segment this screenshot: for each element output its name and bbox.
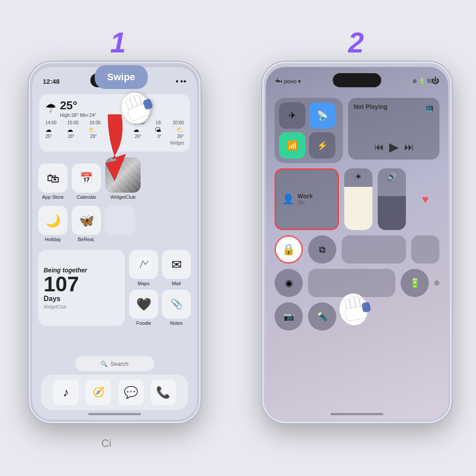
bluetooth-btn[interactable]: ⚡ — [309, 132, 335, 159]
home-indicator-2 — [331, 413, 383, 415]
ci-watermark: Ci — [101, 437, 112, 450]
dock-icon-messages[interactable]: 💬 — [118, 379, 144, 405]
foodie-label: Foodie — [136, 320, 151, 326]
app-row-2: 🌙 Holiday 🦋 BeReal. — [38, 206, 191, 242]
status-right-icons: ⊕ 🔋 89% — [413, 78, 438, 84]
music-widget: Not Playing 📺 ⏮ ▶ ⏭ — [348, 98, 439, 160]
cc-spacer-2 — [411, 235, 439, 264]
focus-work-btn[interactable]: 👤 Work On — [275, 168, 339, 230]
status-icons: ● ●● — [175, 78, 186, 84]
volume-icon: 🔊 — [387, 172, 397, 182]
phone-2: + ⏻ ▪▪▪ povo ▾ ⊕ 🔋 89% ✈ 📡 — [262, 62, 452, 423]
bereal-label: BeReal. — [78, 237, 95, 242]
svg-rect-0 — [137, 257, 151, 271]
swipe-label: Swipe — [107, 71, 135, 82]
search-icon: 🔍 — [100, 361, 108, 367]
cc-row-1: ✈ 📡 📶 ⚡ Not Playing 📺 ⏮ — [275, 98, 439, 163]
brightness-fill — [344, 187, 372, 230]
dock-icon-music[interactable]: ♪ — [53, 379, 79, 405]
app-icon-maps[interactable]: Maps — [129, 250, 158, 286]
maps-label: Maps — [138, 281, 150, 286]
search-bar[interactable]: 🔍 Search — [75, 356, 154, 371]
prev-btn[interactable]: ⏮ — [374, 141, 384, 153]
maps-mail-row: Maps ✉ Mail — [129, 250, 191, 286]
widgetclub-sub-label: WidgetClub — [44, 305, 67, 309]
cc-spacer-1 — [342, 235, 406, 264]
dock-icon-phone[interactable]: 📞 — [150, 379, 176, 405]
right-apps-col: Maps ✉ Mail 🖤 Foodie 📎 Notes — [129, 250, 191, 326]
being-together-days-label: Days — [44, 295, 60, 303]
phone-2-screen: + ⏻ ▪▪▪ povo ▾ ⊕ 🔋 89% ✈ 📡 — [266, 67, 448, 420]
app-store-label: App Store — [42, 194, 64, 200]
cc-row-3: 🔒 ⧉ — [275, 235, 439, 264]
next-btn[interactable]: ⏭ — [404, 141, 414, 153]
being-together-days: 107 — [44, 274, 79, 295]
wifi-btn[interactable]: 📡 — [309, 102, 335, 129]
app-icon-notes[interactable]: 📎 Notes — [162, 290, 191, 326]
portrait-lock-btn[interactable]: 🔒 — [275, 235, 303, 264]
signal-carrier: ▪▪▪ povo ▾ — [276, 78, 301, 85]
cc-row-2: 👤 Work On ☀ 🔊 ♥ — [275, 168, 439, 230]
app-icon-appstore[interactable]: 🛍 App Store — [38, 164, 67, 200]
play-btn[interactable]: ▶ — [389, 140, 399, 154]
cellular-btn[interactable]: 📶 — [279, 132, 305, 159]
focus-text: Work On — [298, 193, 313, 206]
battery-btn[interactable]: 🔋 — [401, 269, 429, 297]
cc-top-row: ✈ 📡 — [279, 102, 338, 129]
battery-icon: 🔋 — [419, 78, 425, 84]
brightness-icon: ☀ — [355, 172, 362, 182]
app-icon-mail[interactable]: ✉ Mail — [162, 250, 191, 286]
circle-icon: ⊕ — [413, 78, 417, 84]
focus-icon: 👤 — [282, 193, 294, 205]
health-btn[interactable]: ♥ — [411, 168, 439, 230]
focus-dot-btn[interactable]: ◉ — [275, 269, 303, 297]
app-icon-holiday[interactable]: 🌙 Holiday — [38, 206, 67, 242]
focus-sublabel: On — [298, 200, 313, 206]
foodie-notes-row: 🖤 Foodie 📎 Notes — [129, 290, 191, 326]
volume-slider[interactable]: 🔊 — [378, 168, 406, 230]
volume-fill — [378, 196, 406, 230]
camera-btn[interactable]: 📷 — [275, 302, 303, 331]
widgetclub-1-label: WidgetClub — [111, 194, 136, 200]
app-icon-widgetclub-2[interactable] — [105, 206, 134, 242]
app-icon-bereal[interactable]: 🦋 BeReal. — [72, 206, 101, 242]
cc-dot — [434, 280, 439, 286]
being-together-widget: Being together 107 Days WidgetClub — [38, 250, 125, 326]
app-icon-foodie[interactable]: 🖤 Foodie — [129, 290, 158, 326]
screen-mirror-btn[interactable]: ⧉ — [308, 235, 336, 264]
search-label: Search — [110, 361, 128, 367]
dock: ♪ 🧭 💬 📞 — [41, 375, 188, 410]
step-number-1: 1 — [110, 26, 126, 59]
mail-label: Mail — [172, 281, 181, 286]
mixed-content-row: Being together 107 Days WidgetClub Maps — [38, 250, 191, 326]
dynamic-island-2 — [333, 73, 381, 87]
airplane-mode-btn[interactable]: ✈ — [279, 102, 305, 129]
not-playing-label: Not Playing — [353, 103, 387, 110]
focus-label: Work — [298, 193, 313, 200]
flashlight-btn[interactable]: 🔦 — [308, 302, 336, 331]
dock-icon-safari[interactable]: 🧭 — [86, 379, 111, 405]
holiday-label: Holiday — [45, 237, 61, 242]
cc-bottom-row: 📶 ⚡ — [279, 132, 338, 159]
umbrella-icon: ☂ — [45, 101, 56, 115]
home-indicator-1 — [88, 413, 141, 415]
time-display: 12:48 — [43, 78, 60, 85]
music-controls: ⏮ ▶ ⏭ — [353, 140, 434, 154]
calendar-label: Calendar — [77, 194, 97, 200]
airplay-icon[interactable]: 📺 — [425, 103, 434, 112]
cc-connectivity-group: ✈ 📡 📶 ⚡ — [275, 98, 343, 163]
step-number-2: 2 — [348, 26, 364, 59]
battery-percent: 89% — [427, 78, 438, 84]
notes-label: Notes — [170, 320, 183, 326]
brightness-slider[interactable]: ☀ — [344, 168, 372, 230]
